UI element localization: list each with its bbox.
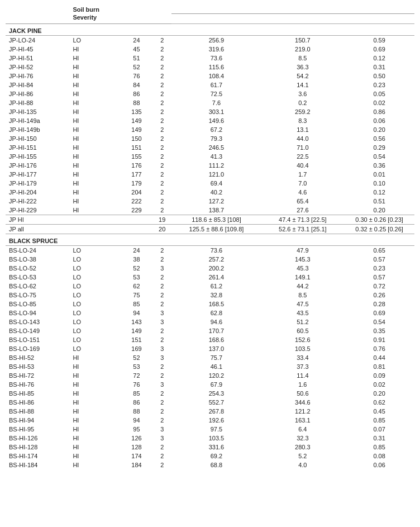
table-row: JP-HI-150 HI 150 2 79.3 44.0 0.56: [6, 134, 414, 143]
cell-orgmin: 149.6: [171, 116, 261, 125]
cell-plotid: BS-HI-52: [6, 353, 69, 362]
cell-orgmin: 61.2: [171, 282, 261, 291]
cell-ysf: 151: [121, 143, 152, 152]
cell-n: 3: [152, 425, 171, 434]
cell-fraction: 0.72: [344, 282, 414, 291]
cell-orgonly: 47.5: [261, 300, 345, 308]
header-ysf: [121, 4, 152, 23]
cell-orgonly: 33.4: [261, 353, 345, 362]
section-header-row: BLACK SPRUCE: [6, 234, 414, 245]
cell-ysf: 53: [121, 362, 152, 371]
cell-fraction: 0.57: [344, 273, 414, 282]
table-row: BS-LO-151 LO 151 2 168.6 152.6 0.91: [6, 335, 414, 344]
table-row: BS-HI-174 HI 174 2 69.2 5.2 0.08: [6, 452, 414, 460]
cell-orgonly: 1.7: [261, 170, 345, 179]
cell-severity: HI: [69, 188, 121, 197]
cell-ysf: 143: [121, 317, 152, 326]
table-row: BS-HI-52 HI 52 3 75.7 33.4 0.44: [6, 353, 414, 362]
table-row: JP-HI-76 HI 76 2 108.4 54.2 0.50: [6, 72, 414, 80]
cell-plotid: BS-HI-53: [6, 362, 69, 371]
table-row: BS-LO-169 LO 169 3 137.0 103.5 0.76: [6, 344, 414, 353]
cell-orgmin: 69.4: [171, 179, 261, 188]
section-header-row: JACK PINE: [6, 23, 414, 35]
table-row: BS-HI-53 HI 53 2 46.1 37.3 0.81: [6, 362, 414, 371]
cell-severity: LO: [69, 264, 121, 273]
cell-fraction: 0.85: [344, 443, 414, 452]
cell-plotid: BS-HI-88: [6, 407, 69, 416]
cell-plotid: BS-LO-38: [6, 255, 69, 264]
cell-orgonly: 50.6: [261, 389, 345, 398]
cell-ysf: 76: [121, 72, 152, 80]
cell-plotid: BS-LO-151: [6, 335, 69, 344]
cell-fraction: 0.08: [344, 452, 414, 460]
cell-plotid: JP-HI-149b: [6, 125, 69, 134]
cell-n: 2: [152, 63, 171, 72]
cell-ysf: 53: [121, 273, 152, 282]
cell-ysf: 24: [121, 245, 152, 255]
cell-orgmin: 75.7: [171, 353, 261, 362]
cell-severity: HI: [69, 389, 121, 398]
cell-severity: HI: [69, 63, 121, 72]
cell-plotid: JP all: [6, 224, 69, 234]
cell-orgonly: 8.3: [261, 116, 345, 125]
cell-n: 2: [152, 134, 171, 143]
cell-plotid: BS-LO-62: [6, 282, 69, 291]
cell-orgonly: 44.0: [261, 134, 345, 143]
cell-orgmin: 261.4: [171, 273, 261, 282]
cell-fraction: 0.06: [344, 116, 414, 125]
cell-fraction: 0.28: [344, 300, 414, 308]
cell-fraction: 0.02: [344, 380, 414, 389]
cell-ysf: 204: [121, 188, 152, 197]
cell-fraction: 0.20: [344, 206, 414, 215]
cell-orgmin: 62.8: [171, 308, 261, 317]
table-row: JP-HI-149a HI 149 2 149.6 8.3 0.06: [6, 116, 414, 125]
cell-n: 2: [152, 107, 171, 116]
cell-plotid: JP-HI-150: [6, 134, 69, 143]
table-row: JP-HI-151 HI 151 2 246.5 71.0 0.29: [6, 143, 414, 152]
cell-plotid: JP-LO-24: [6, 35, 69, 45]
table-row: JP-HI-51 HI 51 2 73.6 8.5 0.12: [6, 54, 414, 63]
cell-ysf: 222: [121, 197, 152, 206]
table-row: JP-HI-84 HI 84 2 61.7 14.1 0.23: [6, 80, 414, 89]
cell-orgonly: 52.6 ± 73.1 [25.1]: [261, 224, 345, 234]
cell-fraction: 0.23: [344, 80, 414, 89]
cell-plotid: BS-HI-128: [6, 443, 69, 452]
cell-orgmin: 120.2: [171, 371, 261, 380]
cell-severity: LO: [69, 273, 121, 282]
cell-n: 2: [152, 72, 171, 80]
cell-n: 2: [152, 389, 171, 398]
cell-severity: HI: [69, 425, 121, 434]
table-row: BS-HI-88 HI 88 2 267.8 121.2 0.45: [6, 407, 414, 416]
cell-orgmin: 111.2: [171, 161, 261, 170]
cell-severity: HI: [69, 353, 121, 362]
cell-ysf: 229: [121, 206, 152, 215]
cell-fraction: 0.20: [344, 389, 414, 398]
cell-orgmin: 127.2: [171, 197, 261, 206]
cell-orgonly: 5.2: [261, 452, 345, 460]
cell-plotid: JP HI: [6, 215, 69, 224]
cell-orgmin: 267.8: [171, 407, 261, 416]
cell-n: 2: [152, 407, 171, 416]
cell-orgonly: 51.2: [261, 317, 345, 326]
cell-severity: LO: [69, 255, 121, 264]
main-container: Soil burnSeverity JACK PINE JP-LO-24 LO …: [0, 0, 420, 474]
cell-plotid: BS-LO-94: [6, 308, 69, 317]
cell-orgmin: 125.5 ± 88.6 [109.8]: [171, 224, 261, 234]
cell-fraction: 0.32 ± 0.25 [0.26]: [344, 224, 414, 234]
cell-orgonly: 344.6: [261, 398, 345, 407]
cell-orgmin: 97.5: [171, 425, 261, 434]
summary-row: JP all 20 125.5 ± 88.6 [109.8] 52.6 ± 73…: [6, 224, 414, 234]
cell-severity: HI: [69, 380, 121, 389]
table-row: BS-LO-85 LO 85 2 168.5 47.5 0.28: [6, 300, 414, 308]
cell-plotid: JP-HI-84: [6, 80, 69, 89]
table-row: BS-LO-53 LO 53 2 261.4 149.1 0.57: [6, 273, 414, 282]
cell-ysf: 85: [121, 300, 152, 308]
cell-orgmin: 94.6: [171, 317, 261, 326]
cell-fraction: 0.86: [344, 107, 414, 116]
cell-orgmin: 32.8: [171, 291, 261, 300]
cell-orgonly: 45.3: [261, 264, 345, 273]
cell-fraction: 0.69: [344, 308, 414, 317]
cell-plotid: BS-HI-76: [6, 380, 69, 389]
cell-orgmin: 137.0: [171, 344, 261, 353]
section-label: JACK PINE: [6, 23, 414, 35]
